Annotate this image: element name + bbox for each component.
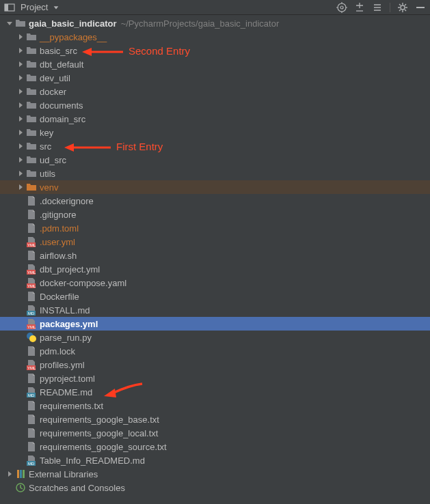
folder-icon	[26, 45, 37, 56]
project-path-label: ~/PycharmProjects/gaia_basic_indicator	[121, 18, 280, 29]
file-requirements-txt[interactable]: requirements.txt	[0, 399, 430, 412]
file-pyproject-toml[interactable]: pyproject.toml	[0, 372, 430, 385]
folder-icon	[26, 141, 37, 152]
chevron-right-icon[interactable]	[16, 101, 25, 109]
chevron-right-icon[interactable]	[16, 74, 25, 82]
folder-icon	[26, 168, 37, 179]
file-label: INSTALL.md	[40, 305, 90, 316]
chevron-right-icon[interactable]	[16, 169, 25, 178]
file-label: requirements_google_source.txt	[40, 442, 167, 452]
dropdown-chevron-icon[interactable]	[51, 2, 62, 13]
gear-icon[interactable]	[397, 2, 408, 13]
file-docker-compose[interactable]: docker-compose.yaml	[0, 276, 430, 290]
py-icon	[26, 332, 37, 343]
hide-icon[interactable]	[415, 2, 426, 13]
file-requirements-google-local[interactable]: requirements_google_local.txt	[0, 426, 430, 440]
folder-icon	[26, 154, 37, 165]
file-pdm-lock[interactable]: pdm.lock	[0, 344, 430, 358]
folder-ud-src[interactable]: ud_src	[0, 153, 430, 167]
md-icon	[26, 387, 37, 397]
file-label: .gitignore	[40, 210, 76, 220]
folder-docker[interactable]: docker	[0, 85, 430, 98]
file-label: Table_Info_READMED.md	[40, 456, 145, 466]
folder-documents[interactable]: documents	[0, 98, 430, 112]
file-label: .user.yml	[40, 237, 75, 247]
file-gitignore[interactable]: .gitignore	[0, 208, 430, 221]
folder-domain-src[interactable]: domain_src	[0, 112, 430, 126]
folder-basic-src[interactable]: basic_src	[0, 44, 430, 57]
folder-src[interactable]: src	[0, 139, 430, 153]
scratches-consoles[interactable]: Scratches and Consoles	[0, 481, 430, 494]
folder-label: dev_util	[40, 73, 70, 83]
folder-label: __pypackages__	[40, 32, 107, 42]
file-label: docker-compose.yaml	[40, 278, 126, 288]
chevron-right-icon[interactable]	[16, 46, 25, 55]
folder-icon	[26, 100, 37, 111]
folder-icon	[15, 18, 26, 29]
chevron-right-icon[interactable]	[5, 470, 14, 478]
folder-icon	[26, 72, 37, 83]
folder-key[interactable]: key	[0, 126, 430, 139]
file-icon	[26, 209, 37, 220]
folder-utils[interactable]: utils	[0, 167, 430, 180]
file-icon	[26, 223, 37, 234]
file-dockerfile[interactable]: Dockerfile	[0, 290, 430, 303]
file-packages-yml[interactable]: packages.yml	[0, 317, 430, 331]
chevron-right-icon[interactable]	[16, 183, 25, 191]
file-pdm-toml[interactable]: .pdm.toml	[0, 221, 430, 235]
project-panel-icon	[4, 2, 15, 13]
folder-pypackages[interactable]: __pypackages__	[0, 30, 430, 44]
chevron-right-icon[interactable]	[16, 87, 25, 96]
file-table-info-md[interactable]: Table_Info_READMED.md	[0, 453, 430, 467]
file-label: pdm.lock	[40, 346, 75, 356]
library-icon	[15, 468, 26, 479]
select-opened-file-icon[interactable]	[336, 2, 347, 13]
file-dbt-project-yml[interactable]: dbt_project.yml	[0, 262, 430, 276]
file-label: .pdm.toml	[40, 223, 79, 234]
folder-venv[interactable]: venv	[0, 180, 430, 194]
scratches-label: Scratches and Consoles	[29, 483, 125, 493]
project-root-row[interactable]: gaia_basic_indicator ~/PycharmProjects/g…	[0, 16, 430, 30]
yml-icon	[26, 236, 37, 247]
file-readme-md[interactable]: README.md	[0, 385, 430, 399]
chevron-right-icon[interactable]	[16, 60, 25, 68]
folder-label: src	[40, 141, 51, 152]
file-requirements-google-source[interactable]: requirements_google_source.txt	[0, 440, 430, 453]
file-icon	[26, 441, 37, 452]
folder-icon	[26, 59, 37, 70]
chevron-right-icon[interactable]	[16, 33, 25, 41]
file-requirements-google-base[interactable]: requirements_google_base.txt	[0, 412, 430, 426]
folder-label: basic_src	[40, 46, 77, 56]
folder-label: utils	[40, 169, 55, 179]
file-user-yml[interactable]: .user.yml	[0, 235, 430, 249]
file-label: profiles.yml	[40, 360, 85, 370]
project-tree: gaia_basic_indicator ~/PycharmProjects/g…	[0, 15, 430, 494]
chevron-down-icon[interactable]	[5, 19, 14, 27]
file-label: README.md	[40, 387, 92, 397]
external-libraries[interactable]: External Libraries	[0, 467, 430, 481]
chevron-right-icon[interactable]	[16, 115, 25, 123]
file-icon	[26, 195, 37, 206]
file-label: requirements_google_base.txt	[40, 415, 159, 425]
yml-icon	[26, 318, 37, 329]
folder-label: documents	[40, 100, 83, 111]
folder-dev-util[interactable]: dev_util	[0, 71, 430, 85]
file-install-md[interactable]: INSTALL.md	[0, 303, 430, 317]
folder-label: docker	[40, 87, 66, 97]
chevron-right-icon[interactable]	[16, 142, 25, 150]
file-label: Dockerfile	[40, 292, 79, 302]
chevron-right-icon[interactable]	[16, 128, 25, 137]
toolbar-title[interactable]: Project	[21, 2, 48, 12]
file-dockerignore[interactable]: .dockerignore	[0, 194, 430, 208]
file-icon	[26, 373, 37, 384]
collapse-all-icon[interactable]	[372, 2, 383, 13]
yml-icon	[26, 277, 37, 288]
chevron-right-icon[interactable]	[16, 156, 25, 164]
expand-all-icon[interactable]	[354, 2, 365, 13]
folder-dbt-default[interactable]: dbt_default	[0, 57, 430, 71]
file-airflow-sh[interactable]: airflow.sh	[0, 249, 430, 262]
file-label: airflow.sh	[40, 251, 77, 261]
file-profiles-yml[interactable]: profiles.yml	[0, 358, 430, 372]
external-libraries-label: External Libraries	[29, 469, 98, 479]
file-parse-run-py[interactable]: parse_run.py	[0, 331, 430, 344]
